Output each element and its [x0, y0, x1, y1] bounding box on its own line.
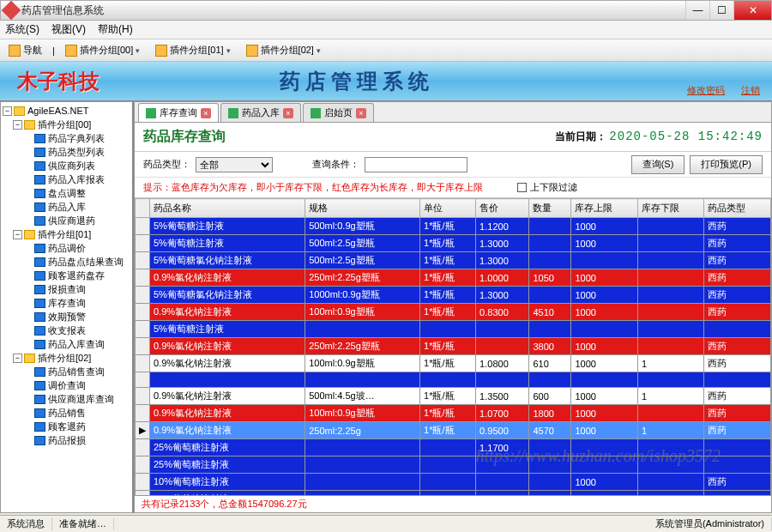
table-row[interactable]: 5%葡萄糖氯化钠注射液500ml:2.5g塑瓶1*瓶/瓶1.3000西药: [136, 252, 771, 269]
tree-item[interactable]: 顾客退药: [3, 420, 130, 433]
tree-item[interactable]: 药品盘点结果查询: [3, 255, 130, 269]
table-row[interactable]: 25%葡萄糖注射液: [136, 456, 771, 474]
table-row[interactable]: 5%葡萄糖注射液500ml:0.9g塑瓶1*瓶/瓶1.12001000西药: [136, 218, 771, 235]
tab[interactable]: 启始页×: [303, 103, 374, 122]
tree-item[interactable]: 盘点调整: [3, 186, 130, 200]
tree-item[interactable]: 调价查询: [3, 378, 130, 392]
tree-item[interactable]: 供应商列表: [3, 159, 130, 172]
statusbar: 系统消息 准备就绪… 系统管理员(Administrator): [0, 515, 772, 532]
module-icon: [34, 257, 45, 267]
tree-item[interactable]: 顾客退药盘存: [3, 269, 130, 282]
column-header[interactable]: 售价: [476, 199, 529, 218]
minimize-button[interactable]: —: [685, 1, 709, 20]
module-icon: [34, 285, 45, 294]
tree-item[interactable]: 药品类型列表: [3, 145, 130, 159]
condition-input[interactable]: [365, 157, 467, 172]
logout-link[interactable]: 注销: [741, 85, 760, 95]
tree-item[interactable]: 报损查询: [3, 282, 130, 296]
column-header[interactable]: 规格: [305, 199, 420, 218]
table-row[interactable]: 10%葡萄糖注射液1000西药: [136, 474, 771, 491]
tree-item[interactable]: 收支报表: [3, 323, 130, 337]
tab[interactable]: 库存查询×: [138, 103, 219, 122]
tree-item[interactable]: 药品调价: [3, 241, 130, 255]
table-row[interactable]: 5%葡萄糖注射液500ml:2.5g塑瓶1*瓶/瓶1.30001000西药: [136, 235, 771, 252]
table-row[interactable]: 0.9%氯化钠注射液100ml:0.9g塑瓶1*瓶/瓶0.83004510100…: [136, 304, 771, 321]
close-tab-icon[interactable]: ×: [201, 108, 211, 118]
menu-help[interactable]: 帮助(H): [98, 22, 133, 37]
tree-item[interactable]: 药品入库: [3, 200, 130, 214]
menu-system[interactable]: 系统(S): [5, 22, 39, 37]
table-row[interactable]: 5%葡萄糖注射液: [136, 321, 771, 338]
tree-item[interactable]: 供应商退药: [3, 214, 130, 227]
filter-bar: 药品类型： 全部 查询条件： 查询(S) 打印预览(P): [135, 152, 771, 178]
table-row[interactable]: 25%葡萄糖注射液1.1700: [136, 439, 771, 456]
collapse-icon[interactable]: −: [13, 354, 22, 363]
row-indicator: [136, 235, 150, 252]
tree-item[interactable]: 药品销售查询: [3, 365, 130, 378]
toolbar-group00[interactable]: 插件分组[00]▾: [60, 42, 145, 58]
sidebar-tree[interactable]: −AgileEAS.NET −插件分组[00] 药品字典列表药品类型列表供应商列…: [0, 101, 134, 513]
table-row[interactable]: ▶0.9%氯化钠注射液250ml:2.25g1*瓶/瓶0.95004570100…: [136, 422, 771, 439]
toolbar-group01[interactable]: 插件分组[01]▾: [150, 42, 235, 58]
tree-item[interactable]: 效期预警: [3, 310, 130, 323]
table-row[interactable]: 0.9%氯化钠注射液500ml:4.5g玻…1*瓶/瓶1.35006001000…: [136, 388, 771, 405]
maximize-button[interactable]: ☐: [709, 1, 733, 20]
close-button[interactable]: ✕: [733, 1, 771, 20]
checkbox-icon: [517, 183, 527, 192]
nav-icon: [9, 45, 21, 57]
close-tab-icon[interactable]: ×: [356, 108, 366, 118]
collapse-icon[interactable]: −: [13, 120, 22, 130]
chevron-down-icon: ▾: [226, 46, 231, 55]
close-tab-icon[interactable]: ×: [283, 108, 293, 118]
table-row[interactable]: 0.9%氯化钠注射液250ml:2.25g塑瓶1*瓶/瓶38001000西药: [136, 338, 771, 355]
module-icon: [34, 175, 45, 184]
tab[interactable]: 药品入库×: [220, 103, 301, 122]
system-name: 药店管理系统: [280, 68, 434, 95]
table-row[interactable]: 0.9%氯化钠注射液100ml:0.9g塑瓶1*瓶/瓶1.07001800100…: [136, 405, 771, 422]
tree-item[interactable]: 药品入库查询: [3, 337, 130, 351]
collapse-icon[interactable]: −: [13, 230, 22, 239]
query-button[interactable]: 查询(S): [631, 155, 685, 174]
table-row[interactable]: 10%葡萄糖注射液: [136, 491, 771, 496]
hint-row: 提示：蓝色库存为欠库存，即小于库存下限，红色库存为长库存，即大于库存上限 上下限…: [135, 178, 771, 198]
tree-item[interactable]: 库存查询: [3, 296, 130, 310]
data-grid[interactable]: 药品名称规格单位售价数量库存上限库存下限药品类型 5%葡萄糖注射液500ml:0…: [135, 198, 771, 495]
tree-item[interactable]: 药品入库报表: [3, 172, 130, 186]
module-icon: [34, 244, 45, 253]
table-row[interactable]: [136, 372, 771, 388]
print-preview-button[interactable]: 打印预览(P): [690, 155, 763, 174]
chevron-down-icon: ▾: [136, 46, 140, 55]
tree-group02[interactable]: −插件分组[02]: [3, 351, 130, 365]
table-row[interactable]: 5%葡萄糖氯化钠注射液1000ml:0.9g塑瓶1*瓶/瓶1.30001000西…: [136, 287, 771, 304]
module-icon: [34, 367, 45, 377]
menu-view[interactable]: 视图(V): [51, 22, 86, 37]
tree-root[interactable]: −AgileEAS.NET: [3, 104, 130, 118]
change-password-link[interactable]: 修改密码: [687, 85, 725, 95]
column-header[interactable]: 药品名称: [150, 199, 305, 218]
toolbar-group02[interactable]: 插件分组[02]▾: [241, 42, 326, 58]
current-datetime: 2020-05-28 15:42:49: [609, 130, 763, 143]
folder-icon: [246, 45, 258, 57]
column-header[interactable]: 数量: [529, 199, 571, 218]
menubar: 系统(S) 视图(V) 帮助(H): [0, 21, 772, 39]
folder-icon: [65, 45, 77, 57]
limit-filter-checkbox[interactable]: 上下限过滤: [517, 181, 577, 194]
module-icon: [34, 312, 45, 322]
row-indicator: [136, 474, 150, 491]
collapse-icon[interactable]: −: [3, 106, 12, 116]
tree-item[interactable]: 供应商退库查询: [3, 392, 130, 406]
table-row[interactable]: 0.9%氯化钠注射液250ml:2.25g塑瓶1*瓶/瓶1.0000105010…: [136, 269, 771, 287]
tree-item[interactable]: 药品字典列表: [3, 131, 130, 145]
table-row[interactable]: 0.9%氯化钠注射液100ml:0.9g塑瓶1*瓶/瓶1.08006101000…: [136, 355, 771, 372]
banner: 木子科技 药店管理系统 修改密码 注销: [0, 62, 772, 101]
column-header[interactable]: 单位: [420, 199, 476, 218]
column-header[interactable]: 药品类型: [704, 199, 771, 218]
column-header[interactable]: 库存下限: [637, 199, 704, 218]
toolbar-nav[interactable]: 导航: [3, 42, 47, 58]
tree-item[interactable]: 药品报损: [3, 433, 130, 447]
tree-item[interactable]: 药品销售: [3, 406, 130, 420]
tree-group00[interactable]: −插件分组[00]: [3, 118, 130, 131]
tree-group01[interactable]: −插件分组[01]: [3, 227, 130, 241]
type-select[interactable]: 全部: [196, 157, 273, 172]
column-header[interactable]: 库存上限: [571, 199, 638, 218]
